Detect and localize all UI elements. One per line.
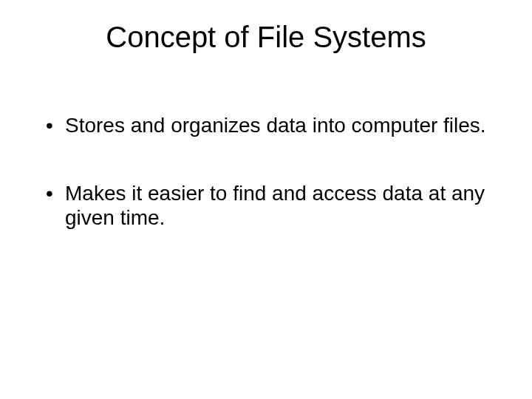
list-item: Stores and organizes data into computer … [46, 113, 502, 138]
slide-title: Concept of File Systems [30, 21, 502, 54]
bullet-list: Stores and organizes data into computer … [30, 113, 502, 231]
list-item: Makes it easier to find and access data … [46, 181, 502, 231]
